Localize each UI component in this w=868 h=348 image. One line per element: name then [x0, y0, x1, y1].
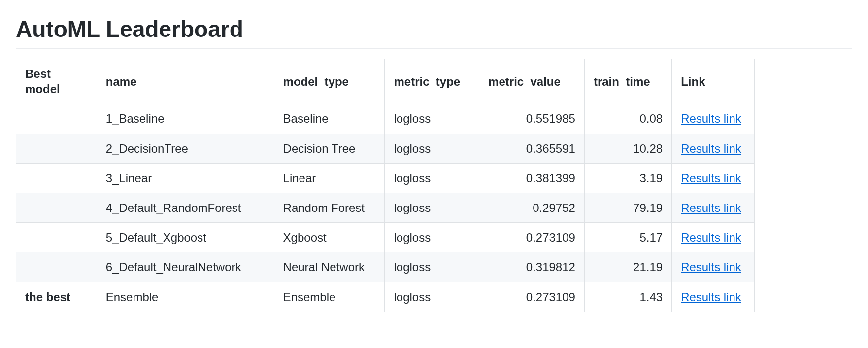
- cell-best: [16, 134, 97, 163]
- cell-link: Results link: [672, 282, 755, 312]
- cell-train-time: 3.19: [584, 163, 671, 193]
- cell-name: Ensemble: [97, 282, 274, 312]
- cell-best: [16, 104, 97, 134]
- col-header-metric-type: metric_type: [385, 59, 479, 104]
- page-title: AutoML Leaderboard: [16, 16, 852, 49]
- cell-model-type: Random Forest: [274, 193, 385, 222]
- cell-name: 5_Default_Xgboost: [97, 223, 274, 252]
- cell-model-type: Linear: [274, 163, 385, 193]
- cell-model-type: Ensemble: [274, 282, 385, 312]
- results-link[interactable]: Results link: [681, 231, 741, 244]
- table-header-row: Best model name model_type metric_type m…: [16, 59, 755, 104]
- cell-best: [16, 252, 97, 282]
- results-link[interactable]: Results link: [681, 172, 741, 185]
- cell-train-time: 5.17: [584, 223, 671, 252]
- cell-best: [16, 193, 97, 222]
- cell-train-time: 10.28: [584, 134, 671, 163]
- leaderboard-table: Best model name model_type metric_type m…: [16, 59, 755, 312]
- cell-best: [16, 223, 97, 252]
- cell-metric-type: logloss: [385, 252, 479, 282]
- cell-best: the best: [16, 282, 97, 312]
- cell-metric-type: logloss: [385, 104, 479, 134]
- table-row: 3_LinearLinearlogloss0.3813993.19Results…: [16, 163, 755, 193]
- cell-link: Results link: [672, 163, 755, 193]
- cell-metric-type: logloss: [385, 163, 479, 193]
- cell-link: Results link: [672, 134, 755, 163]
- cell-metric-value: 0.273109: [479, 282, 585, 312]
- cell-metric-value: 0.365591: [479, 134, 585, 163]
- results-link[interactable]: Results link: [681, 260, 741, 274]
- table-row: 5_Default_XgboostXgboostlogloss0.2731095…: [16, 223, 755, 252]
- cell-link: Results link: [672, 252, 755, 282]
- cell-metric-value: 0.319812: [479, 252, 585, 282]
- results-link[interactable]: Results link: [681, 290, 741, 304]
- cell-name: 1_Baseline: [97, 104, 274, 134]
- cell-metric-value: 0.381399: [479, 163, 585, 193]
- cell-link: Results link: [672, 223, 755, 252]
- table-row: 1_BaselineBaselinelogloss0.5519850.08Res…: [16, 104, 755, 134]
- table-row: 4_Default_RandomForestRandom Forestloglo…: [16, 193, 755, 222]
- cell-metric-type: logloss: [385, 223, 479, 252]
- table-row: 2_DecisionTreeDecision Treelogloss0.3655…: [16, 134, 755, 163]
- col-header-best: Best model: [16, 59, 97, 104]
- cell-metric-value: 0.273109: [479, 223, 585, 252]
- cell-metric-type: logloss: [385, 193, 479, 222]
- cell-name: 2_DecisionTree: [97, 134, 274, 163]
- cell-name: 3_Linear: [97, 163, 274, 193]
- table-row: the bestEnsembleEnsemblelogloss0.2731091…: [16, 282, 755, 312]
- cell-metric-value: 0.551985: [479, 104, 585, 134]
- col-header-name: name: [97, 59, 274, 104]
- cell-metric-type: logloss: [385, 134, 479, 163]
- col-header-model-type: model_type: [274, 59, 385, 104]
- cell-link: Results link: [672, 193, 755, 222]
- cell-model-type: Decision Tree: [274, 134, 385, 163]
- cell-train-time: 1.43: [584, 282, 671, 312]
- col-header-train-time: train_time: [584, 59, 671, 104]
- results-link[interactable]: Results link: [681, 142, 741, 155]
- cell-model-type: Neural Network: [274, 252, 385, 282]
- cell-train-time: 0.08: [584, 104, 671, 134]
- col-header-link: Link: [672, 59, 755, 104]
- cell-train-time: 21.19: [584, 252, 671, 282]
- cell-best: [16, 163, 97, 193]
- cell-name: 6_Default_NeuralNetwork: [97, 252, 274, 282]
- cell-metric-type: logloss: [385, 282, 479, 312]
- cell-link: Results link: [672, 104, 755, 134]
- cell-train-time: 79.19: [584, 193, 671, 222]
- col-header-metric-value: metric_value: [479, 59, 585, 104]
- table-row: 6_Default_NeuralNetworkNeural Networklog…: [16, 252, 755, 282]
- results-link[interactable]: Results link: [681, 112, 741, 125]
- cell-name: 4_Default_RandomForest: [97, 193, 274, 222]
- cell-model-type: Baseline: [274, 104, 385, 134]
- cell-model-type: Xgboost: [274, 223, 385, 252]
- cell-metric-value: 0.29752: [479, 193, 585, 222]
- results-link[interactable]: Results link: [681, 201, 741, 214]
